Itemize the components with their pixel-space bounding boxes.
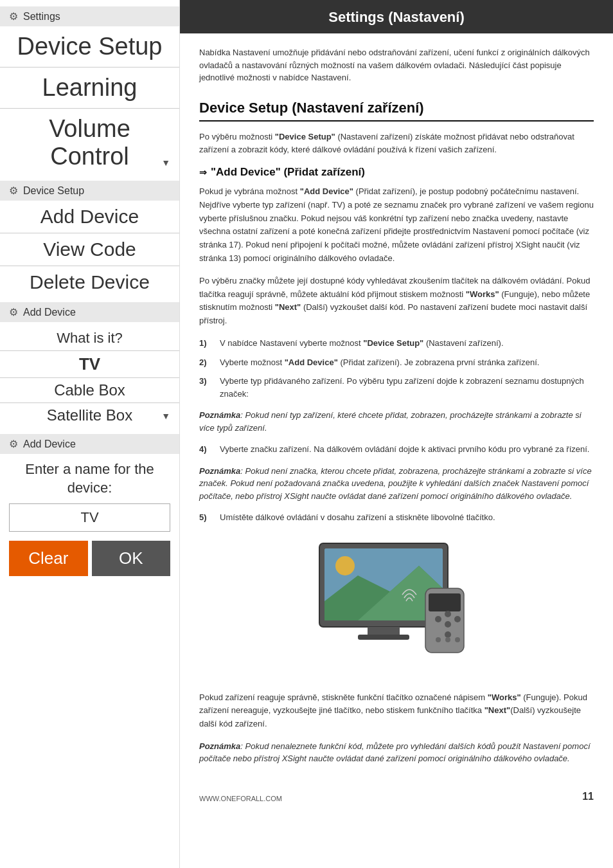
button-row: Clear OK <box>9 541 170 576</box>
sidebar-item-learning[interactable]: Learning <box>0 68 179 108</box>
sidebar-header-add-device-2-label: Add Device <box>23 439 76 450</box>
sidebar-item-delete-device[interactable]: Delete Device <box>0 266 179 298</box>
svg-point-10 <box>435 616 441 622</box>
svg-point-13 <box>454 616 461 622</box>
svg-rect-9 <box>429 593 461 611</box>
svg-rect-2 <box>368 627 400 635</box>
sidebar-header-add-device: ⚙ Add Device <box>0 302 179 322</box>
footer-body1: Pokud zařízení reaguje správně, stisknět… <box>199 691 594 731</box>
svg-point-15 <box>436 637 441 642</box>
step-4-num: 4) <box>199 443 212 456</box>
sidebar-header-settings: ⚙ Settings <box>0 6 179 26</box>
ok-button[interactable]: OK <box>92 541 171 576</box>
add-device-body2: Po výběru značky můžete její dostupné kó… <box>199 275 594 328</box>
sidebar-section-add-device-name: ⚙ Add Device Enter a name for the device… <box>0 434 179 576</box>
what-is-it-label: What is it? <box>0 327 179 350</box>
svg-point-7 <box>335 556 355 575</box>
name-entry-section: Enter a name for the device: Clear OK <box>0 454 179 576</box>
sidebar-item-device-setup[interactable]: Device Setup <box>0 26 179 67</box>
intro-paragraph: Nabídka Nastavení umožňuje přidávání neb… <box>199 46 594 84</box>
steps-list-3: 5) Umístěte dálkové ovládání v dosahu za… <box>199 511 594 524</box>
sidebar-section-add-device-type: ⚙ Add Device What is it? TV Cable Box Sa… <box>0 302 179 430</box>
add-device-heading: ⇒ "Add Device" (Přidat zařízení) <box>199 166 594 179</box>
sidebar-header-settings-label: Settings <box>23 11 60 23</box>
main-content: Settings (Nastavení) Nabídka Nastavení u… <box>180 0 613 868</box>
clear-button[interactable]: Clear <box>9 541 88 576</box>
volume-dropdown-arrow-icon: ▼ <box>161 158 170 168</box>
name-prompt-label: Enter a name for the device: <box>9 460 170 497</box>
svg-point-17 <box>455 637 460 642</box>
step-5-text: Umístěte dálkové ovládání v dosahu zaříz… <box>220 511 495 524</box>
step-2-text: Vyberte možnost "Add Device" (Přidat zař… <box>220 356 539 369</box>
note-2: Poznámka: Pokud není značka, kterou chce… <box>199 465 594 503</box>
sidebar-section-device-setup: ⚙ Device Setup Add Device View Code Dele… <box>0 181 179 298</box>
step-1: 1) V nabídce Nastavení vyberte možnost "… <box>199 337 594 350</box>
what-section: What is it? TV Cable Box Satellite Box ▼ <box>0 322 179 430</box>
sidebar-item-view-code[interactable]: View Code <box>0 233 179 266</box>
footer-page-num: 11 <box>582 791 594 802</box>
sidebar-item-type-tv[interactable]: TV <box>0 351 179 377</box>
gear-icon-2: ⚙ <box>9 185 18 197</box>
sidebar-item-type-satellite-row: Satellite Box ▼ <box>0 403 179 428</box>
svg-point-16 <box>445 637 450 642</box>
step-3: 3) Vyberte typ přidávaného zařízení. Po … <box>199 375 594 400</box>
sidebar: ⚙ Settings Device Setup Learning Volume … <box>0 0 180 868</box>
sidebar-item-add-device[interactable]: Add Device <box>0 201 179 233</box>
note-3: Poznámka: Pokud nenaleznete funkční kód,… <box>199 740 594 765</box>
sidebar-item-type-cable-box[interactable]: Cable Box <box>0 378 179 402</box>
step-3-text: Vyberte typ přidávaného zařízení. Po výb… <box>220 375 594 400</box>
step-5: 5) Umístěte dálkové ovládání v dosahu za… <box>199 511 594 524</box>
step-1-text: V nabídce Nastavení vyberte možnost "Dev… <box>220 337 504 350</box>
step-2: 2) Vyberte možnost "Add Device" (Přidat … <box>199 356 594 369</box>
svg-point-11 <box>445 611 451 617</box>
step-4-text: Vyberte značku zařízení. Na dálkovém ovl… <box>220 443 589 456</box>
gear-icon-3: ⚙ <box>9 306 18 318</box>
svg-rect-3 <box>358 635 409 640</box>
step-3-num: 3) <box>199 375 212 400</box>
sidebar-header-add-device-2: ⚙ Add Device <box>0 434 179 454</box>
device-name-input[interactable] <box>9 503 170 532</box>
device-setup-intro: Po výběru možnosti "Device Setup" (Nasta… <box>199 131 594 158</box>
device-image <box>199 537 594 678</box>
sidebar-header-device-setup: ⚙ Device Setup <box>0 181 179 201</box>
device-setup-heading: Device Setup (Nastavení zařízení) <box>199 100 594 122</box>
note-1: Poznámka: Pokud není typ zařízení, které… <box>199 409 594 434</box>
add-device-heading-text: "Add Device" (Přidat zařízení) <box>211 166 365 179</box>
sidebar-item-volume-control-row: Volume Control ▼ <box>0 109 179 177</box>
device-svg <box>306 537 486 678</box>
sidebar-item-volume-control[interactable]: Volume Control <box>0 109 179 177</box>
satellite-dropdown-arrow-icon: ▼ <box>161 411 170 421</box>
steps-list-2: 4) Vyberte značku zařízení. Na dálkovém … <box>199 443 594 456</box>
step-5-num: 5) <box>199 511 212 524</box>
page-footer: WWW.ONEFORALL.COM 11 <box>199 784 594 802</box>
sidebar-section-main: ⚙ Settings Device Setup Learning Volume … <box>0 6 179 177</box>
sidebar-item-type-satellite-box[interactable]: Satellite Box <box>40 403 139 428</box>
step-2-num: 2) <box>199 356 212 369</box>
steps-list: 1) V nabídce Nastavení vyberte možnost "… <box>199 337 594 400</box>
main-title: Settings (Nastavení) <box>180 0 613 33</box>
gear-icon: ⚙ <box>9 10 18 23</box>
add-device-body1: Pokud je vybrána možnost "Add Device" (P… <box>199 185 594 266</box>
svg-point-14 <box>445 631 451 638</box>
step-1-num: 1) <box>199 337 212 350</box>
footer-url: WWW.ONEFORALL.COM <box>199 795 282 802</box>
gear-icon-4: ⚙ <box>9 438 18 450</box>
arrow-right-icon: ⇒ <box>199 167 207 177</box>
sidebar-header-add-device-label: Add Device <box>23 307 76 318</box>
svg-point-12 <box>445 621 451 628</box>
sidebar-header-device-setup-label: Device Setup <box>23 185 84 197</box>
step-4: 4) Vyberte značku zařízení. Na dálkovém … <box>199 443 594 456</box>
